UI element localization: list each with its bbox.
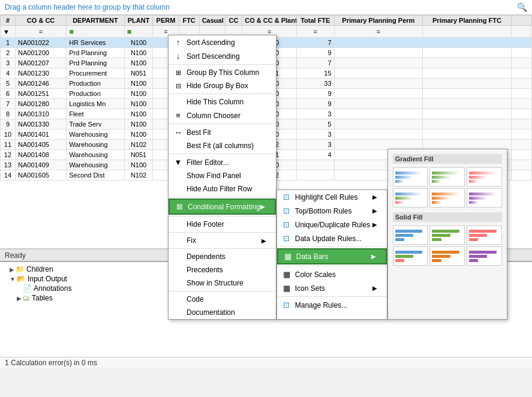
bar-line xyxy=(395,172,423,175)
sort-asc-icon: ↑ xyxy=(173,38,183,47)
menu-sort-desc[interactable]: ↓ Sort Descending xyxy=(169,49,276,63)
menu-sort-asc[interactable]: ↑ Sort Ascending xyxy=(169,35,276,49)
table-cell: 5 xyxy=(1,79,16,89)
filter-plant[interactable]: ■ xyxy=(124,26,153,38)
menu-col-chooser[interactable]: ≡ Column Chooser xyxy=(169,109,276,122)
bar-line xyxy=(395,180,404,183)
menu-best-fit[interactable]: ↔ Best Fit xyxy=(169,125,276,139)
col-header-plant[interactable]: PLANT xyxy=(124,16,153,26)
menu-documentation[interactable]: Documentation xyxy=(169,306,276,319)
table-cell: 4 xyxy=(1,68,16,79)
table-cell: NA001408 xyxy=(15,150,66,160)
filter-dept[interactable]: ■ xyxy=(67,26,125,38)
submenu-dataupdate[interactable]: ⊡ Data Update Rules... xyxy=(277,231,387,245)
table-cell: Production xyxy=(67,79,125,89)
col-header-dept[interactable]: DEPARTMENT xyxy=(67,16,125,26)
menu-dependents[interactable]: Dependents xyxy=(169,250,276,263)
bar-line xyxy=(395,201,404,204)
table-cell xyxy=(511,68,531,79)
col-header-ftc[interactable]: FTC xyxy=(179,16,199,26)
colchooser-icon: ≡ xyxy=(173,111,183,120)
table-icon-tables: 🗂 xyxy=(23,294,30,302)
submenu-iconsets[interactable]: ▦ Icon Sets ▶ xyxy=(277,281,387,295)
gradient-bar-purple-1[interactable] xyxy=(467,188,502,207)
sep-6 xyxy=(169,216,276,216)
search-icon[interactable]: 🔍 xyxy=(517,2,527,12)
col-header-pperm[interactable]: Primary Planning Perm xyxy=(334,16,423,26)
menu-filter-editor[interactable]: ▼ Filter Editor... xyxy=(169,155,276,169)
table-cell: NA001330 xyxy=(15,119,66,130)
solid-bar-purple-1[interactable] xyxy=(467,246,502,266)
bar-line xyxy=(395,197,413,200)
menu-show-find[interactable]: Show Find Panel xyxy=(169,169,276,182)
submenu-uniquedup[interactable]: ⊡ Unique/Duplicate Rules ▶ xyxy=(277,218,387,231)
col-header-coplant[interactable]: CO & CC & Plant xyxy=(242,16,297,26)
menu-fix[interactable]: Fix ▶ xyxy=(169,234,276,247)
col-header-cc[interactable]: CC xyxy=(225,16,242,26)
table-cell: N100 xyxy=(124,89,153,99)
col-header-co[interactable]: CO & CC xyxy=(15,16,66,26)
col-header-totalfte[interactable]: Total FTE xyxy=(297,16,334,26)
drag-bar: Drag a column header here to group by th… xyxy=(0,0,532,15)
menu-hide-col[interactable]: Hide This Column xyxy=(169,95,276,109)
uniquedup-label: Unique/Duplicate Rules xyxy=(295,221,370,229)
col-header-num[interactable]: # xyxy=(1,16,16,26)
menu-show-structure[interactable]: Show in Structure xyxy=(169,276,276,290)
filter-icon: ▼ xyxy=(173,158,183,167)
bar-line xyxy=(469,176,487,179)
highlight-icon: ⊡ xyxy=(282,193,291,201)
table-cell: NA001280 xyxy=(15,99,66,109)
gradient-bar-blue-1[interactable] xyxy=(393,167,428,187)
gradient-bar-green-1[interactable] xyxy=(429,167,465,187)
tree-label-inputoutput: Input Output xyxy=(28,275,67,283)
table-cell: Warehousing xyxy=(67,150,125,160)
sep-8 xyxy=(169,248,276,249)
menu-precedents[interactable]: Precedents xyxy=(169,263,276,276)
solid-bar-mixed-1[interactable] xyxy=(393,246,428,266)
col-header-perm[interactable]: PERM xyxy=(153,16,179,26)
bar-line xyxy=(432,172,459,175)
menu-best-fit-all[interactable]: Best Fit (all columns) xyxy=(169,139,276,152)
bar-line xyxy=(432,238,441,241)
filter-co[interactable]: = xyxy=(15,26,66,38)
databars-icon: ▦ xyxy=(283,252,293,261)
table-cell: Warehousing xyxy=(67,130,125,140)
tree-label-children: Children xyxy=(26,265,53,273)
bar-line xyxy=(469,234,487,237)
solid-bar-orange-1[interactable] xyxy=(429,246,465,266)
submenu-highlight[interactable]: ⊡ Highlight Cell Rules ▶ xyxy=(277,190,387,204)
calc-text: 1 Calculation error(s) in 0 ms xyxy=(5,359,97,367)
col-header-casual[interactable]: Casual xyxy=(199,16,225,26)
table-cell: N100 xyxy=(124,109,153,119)
menu-code[interactable]: Code xyxy=(169,293,276,306)
menu-group-by[interactable]: ⊞ Group By This Column xyxy=(169,66,276,79)
solid-bar-green-1[interactable] xyxy=(429,225,465,245)
menu-hide-filter[interactable]: Hide Auto Filter Row xyxy=(169,182,276,196)
solid-bar-red-1[interactable] xyxy=(467,225,502,245)
menu-hide-group[interactable]: ⊟ Hide Group By Box xyxy=(169,79,276,92)
table-cell: NA001405 xyxy=(15,140,66,150)
bar-line xyxy=(395,238,404,241)
table-cell: N100 xyxy=(124,58,153,68)
gradient-bar-mixed-1[interactable] xyxy=(393,188,428,207)
table-cell: NA001401 xyxy=(15,130,66,140)
iconsets-label: Icon Sets xyxy=(295,284,325,293)
solid-bar-blue-1[interactable] xyxy=(393,225,428,245)
menu-hide-footer[interactable]: Hide Footer xyxy=(169,218,276,231)
submenu-managerules[interactable]: ⊡ Manage Rules... xyxy=(277,298,387,312)
table-cell xyxy=(511,160,531,170)
submenu-databars[interactable]: ▦ Data Bars ▶ xyxy=(277,248,387,264)
gradient-bars-grid xyxy=(393,167,502,207)
bar-line xyxy=(469,197,487,200)
filter-last xyxy=(511,26,531,38)
filter-num[interactable]: ▼ xyxy=(1,26,16,38)
iconsets-icon: ▦ xyxy=(282,284,291,293)
arrow-tables: ▶ xyxy=(17,295,22,302)
menu-conditional-formatting[interactable]: ⊠ Conditional Formatting ▶ xyxy=(169,198,276,215)
gradient-bar-orange-1[interactable] xyxy=(429,188,465,207)
bar-line xyxy=(469,255,487,258)
submenu-colorscales[interactable]: ▦ Color Scales xyxy=(277,267,387,281)
col-header-pftc[interactable]: Primary Planning FTC xyxy=(423,16,512,26)
submenu-topbottom[interactable]: ⊡ Top/Bottom Rules ▶ xyxy=(277,204,387,218)
gradient-bar-red-1[interactable] xyxy=(467,167,502,187)
